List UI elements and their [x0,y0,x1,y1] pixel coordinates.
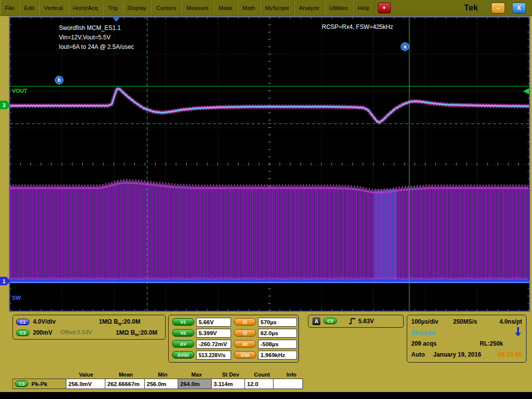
channel1-badge[interactable]: C1 [16,319,29,325]
trigger-a-badge[interactable]: A [312,317,320,325]
menubar-spacer [391,0,464,15]
meas-stdev-cell: 3.114m [211,379,245,389]
cursor-readout-box: V1 5.66V V2 5.399V ΔV -260.72mV ΔV/Δt 51… [168,315,299,363]
dv-value: -260.72mV [196,340,231,349]
trigger-readout-box: A C3 5.63V [308,315,404,328]
header-value: Value [66,372,106,378]
bottom-strip [0,392,532,399]
menu-utilities[interactable]: Utilities [324,0,353,15]
meas-max-cell: 264.0m [178,379,212,389]
meas-mean-cell: 262.66667m [105,379,145,389]
menu-math[interactable]: Math [238,0,261,15]
annotation-notes: Swordfish MCM_ES1.1 Vin=12V,Vout=5.5V Io… [59,23,134,52]
inv-dt-value: 1.969kHz [258,351,297,360]
menu-help[interactable]: Help [353,0,375,15]
t1-badge: t1 [234,318,256,326]
menu-file[interactable]: File [0,0,19,15]
dv-badge: ΔV [172,340,194,348]
note-line2: Vin=12V,Vout=5.5V [59,33,134,42]
t1-value: 570µs [258,318,297,327]
menu-myscope[interactable]: MyScope [260,0,294,15]
inv-dt-badge: 1/Δt [234,351,256,359]
meas-channel-badge: C3 [15,381,28,387]
meas-name: Pk-Pk [31,381,47,387]
menu-analyze[interactable]: Analyze [294,0,324,15]
header-mean: Mean [106,372,146,378]
meas-info-cell [273,379,303,389]
dt-value: -508µs [258,340,297,349]
measurement-table: Value Mean Min Max St Dev Count Info C3 … [12,371,308,389]
header-count: Count [248,372,276,378]
horizontal-readout-box: 100µs/div 250MS/s 4.0ns/pt Stopped 209 a… [407,315,527,363]
dt-badge: Δt [234,340,256,348]
trigger-mode[interactable]: Auto [411,351,425,358]
ch3-offset: Offset:5.53V [60,329,92,335]
meas-value-cell: 256.0mV [66,379,105,389]
waveform-screen: Swordfish MCM_ES1.1 Vin=12V,Vout=5.5V Io… [9,16,530,312]
acq-state: Stopped [411,329,435,336]
dvdt-badge: ΔV/Δt [172,351,194,359]
minimize-button[interactable]: – [491,2,505,13]
menu-display[interactable]: Display [122,0,151,15]
v2-badge: V2 [172,329,194,337]
header-info: Info [276,372,306,378]
trigger-source-badge[interactable]: C3 [323,318,337,324]
cursor-a-marker[interactable]: a [401,42,409,51]
sw-trace-label: SW [12,295,21,301]
annotation-right: RCSP=Rx4, FSW=425kHz [322,23,393,30]
date-text: January 19, 2016 [433,351,481,358]
acq-count: 209 acqs [411,340,437,347]
tek-logo: Tek [464,3,478,12]
measurement-row: C3 Pk-Pk 256.0mV 262.66667m 256.0m 264.0… [12,379,308,389]
menu-bar: File Edit Vertical Horiz/Acq Trig Displa… [0,0,532,16]
note-line1: Swordfish MCM_ES1.1 [59,23,134,33]
t2-value: 62.0µs [258,329,297,338]
channel-readout-box: C1 4.0V/div 1MΩ BW:20.0M C3 200mV Offset… [12,315,166,340]
channel3-badge[interactable]: C3 [16,330,29,336]
ch3-impedance: 1MΩ BW:20.0M [116,329,157,337]
menu-measure[interactable]: Measure [181,0,214,15]
note-line3: Iout=6A to 24A @ 2.5A/usec [59,42,134,52]
time-text: 09:23:55 [498,351,522,358]
v1-badge: V1 [172,318,194,326]
meas-min-cell: 256.0m [144,379,178,389]
menu-dropdown-button[interactable]: ▼ [378,2,391,13]
menu-horiz-acq[interactable]: Horiz/Acq [68,0,103,15]
measurement-header-row: Value Mean Min Max St Dev Count Info [12,371,308,379]
header-min: Min [146,372,180,378]
header-stdev: St Dev [214,372,248,378]
menu-trig[interactable]: Trig [103,0,122,15]
rising-edge-icon [348,317,356,325]
cursor-b-marker[interactable]: b [55,76,63,84]
ch3-scale[interactable]: 200mV [33,329,52,336]
record-length: RL:250k [480,340,503,347]
dvdt-value: 513.228V/s [196,351,231,360]
menu-mask[interactable]: Mask [214,0,237,15]
meas-count-cell: 12.0 [245,379,273,389]
header-max: Max [180,372,214,378]
ch1-impedance: 1MΩ BW:20.0M [99,318,140,326]
timebase[interactable]: 100µs/div [411,318,438,325]
dropdown-triangle-icon: ▼ [382,5,386,10]
v1-value: 5.66V [196,318,231,327]
t2-badge: t2 [234,329,256,337]
menu-vertical[interactable]: Vertical [39,0,68,15]
trigger-level[interactable]: 5.63V [358,318,374,325]
measurement-source-cell[interactable]: C3 Pk-Pk [12,379,66,389]
close-button[interactable]: X [512,2,526,13]
sample-rate: 250MS/s [453,318,477,325]
v2-value: 5.399V [196,329,231,338]
ch1-scale[interactable]: 4.0V/div [33,318,55,325]
resolution: 4.0ns/pt [500,318,522,325]
graticule-display [10,17,529,311]
display-area: Swordfish MCM_ES1.1 Vin=12V,Vout=5.5V Io… [0,15,532,313]
oscilloscope-ui: File Edit Vertical Horiz/Acq Trig Displa… [0,0,532,399]
menu-edit[interactable]: Edit [19,0,39,15]
menu-cursors[interactable]: Cursors [151,0,181,15]
down-arrow-icon [515,327,521,337]
vout-trace-label: VOUT [12,88,27,94]
